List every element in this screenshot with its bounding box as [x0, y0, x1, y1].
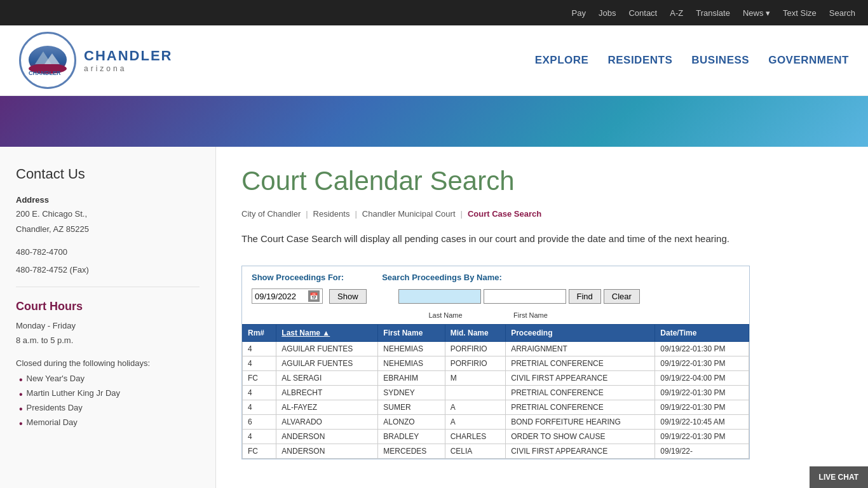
table-cell: 09/19/22- — [655, 444, 749, 459]
topnav-contact[interactable]: Contact — [628, 8, 657, 18]
topnav-pay[interactable]: Pay — [572, 8, 586, 18]
calendar-icon[interactable]: 📅 — [308, 290, 320, 302]
holiday-item: New Year's Day — [19, 374, 200, 386]
table-cell: 4 — [243, 342, 276, 356]
table-cell: 09/19/22-01:30 PM — [655, 400, 749, 415]
table-cell: ARRAIGNMENT — [506, 342, 655, 356]
table-cell: CELIA — [445, 444, 505, 459]
main-navigation: EXPLORE RESIDENTS BUSINESS GOVERNMENT — [535, 54, 849, 67]
topnav-search[interactable]: Search — [829, 8, 855, 18]
breadcrumb-court[interactable]: Chandler Municipal Court — [362, 209, 456, 219]
logo-svg: CHANDLER — [25, 42, 70, 77]
nav-business[interactable]: BUSINESS — [691, 54, 749, 67]
table-row: FCAL SERAGIEBRAHIMMCIVIL FIRST APPEARANC… — [243, 371, 749, 386]
table-cell: CIVIL FIRST APPEARANCE — [506, 371, 655, 386]
table-cell: 09/19/22-01:30 PM — [655, 342, 749, 356]
breadcrumb-residents[interactable]: Residents — [313, 209, 350, 219]
col-firstname: First Name — [378, 325, 445, 342]
breadcrumb-current: Court Case Search — [468, 209, 541, 219]
table-cell: PORFIRIO — [445, 356, 505, 371]
breadcrumb: City of Chandler | Residents | Chandler … — [241, 209, 843, 219]
lastname-input[interactable] — [398, 289, 481, 304]
topnav-textsize[interactable]: Text Size — [783, 8, 817, 18]
content-description: The Court Case Search will display all p… — [241, 231, 801, 247]
clear-button[interactable]: Clear — [604, 289, 640, 304]
search-by-name-label: Search Proceedings By Name: — [382, 273, 502, 282]
table-cell: M — [445, 371, 505, 386]
col-datetime: Date/Time — [655, 325, 749, 342]
search-header-row: Show Proceedings For: Search Proceedings… — [242, 266, 749, 285]
nav-residents[interactable]: RESIDENTS — [607, 54, 672, 67]
table-cell: AGUILAR FUENTES — [276, 342, 378, 356]
live-chat-button[interactable]: LIVE CHAT — [810, 466, 868, 488]
top-navigation: Pay Jobs Contact A-Z Translate News ▾ Te… — [0, 0, 868, 25]
holidays-list: New Year's Day Martin Luther King Jr Day… — [16, 374, 200, 430]
table-cell: A — [445, 400, 505, 415]
table-cell: 09/19/22-01:30 PM — [655, 430, 749, 444]
table-cell: ALVARADO — [276, 415, 378, 430]
hours-line2: 8 a.m. to 5 p.m. — [16, 334, 200, 348]
address-label: Address — [16, 195, 200, 205]
search-tool: Show Proceedings For: Search Proceedings… — [241, 266, 750, 459]
table-cell: 09/19/22-04:00 PM — [655, 371, 749, 386]
divider — [16, 287, 200, 287]
contact-us-title: Contact Us — [16, 166, 200, 182]
show-proceedings-label: Show Proceedings For: — [252, 273, 344, 282]
table-cell: ANDERSON — [276, 430, 378, 444]
hero-banner — [0, 96, 868, 147]
col-rm: Rm# — [243, 325, 276, 342]
sidebar: Contact Us Address 200 E. Chicago St., C… — [0, 147, 216, 488]
table-cell: CIVIL FIRST APPEARANCE — [506, 444, 655, 459]
firstname-input[interactable] — [484, 289, 566, 304]
table-cell: CHARLES — [445, 430, 505, 444]
breadcrumb-sep2: | — [355, 209, 356, 219]
holiday-item: Presidents Day — [19, 403, 200, 415]
holiday-item: Martin Luther King Jr Day — [19, 388, 200, 400]
page-title: Court Calendar Search — [241, 166, 843, 196]
topnav-az[interactable]: A-Z — [670, 8, 683, 18]
table-cell: ALONZO — [378, 415, 445, 430]
table-cell: 4 — [243, 400, 276, 415]
main-content: Court Calendar Search City of Chandler |… — [216, 147, 868, 488]
table-row: 4ANDERSONBRADLEYCHARLESORDER TO SHOW CAU… — [243, 430, 749, 444]
hours-line1: Monday - Friday — [16, 320, 200, 333]
topnav-jobs[interactable]: Jobs — [599, 8, 616, 18]
nav-government[interactable]: GOVERNMENT — [768, 54, 849, 67]
site-header: CHANDLER CHANDLER arizona EXPLORE RESIDE… — [0, 25, 868, 96]
table-cell: ALBRECHT — [276, 386, 378, 400]
topnav-news[interactable]: News ▾ — [743, 8, 770, 18]
date-input[interactable] — [255, 292, 306, 301]
table-row: 4AL-FAYEZSUMERAPRETRIAL CONFERENCE09/19/… — [243, 400, 749, 415]
table-cell — [445, 386, 505, 400]
table-cell: EBRAHIM — [378, 371, 445, 386]
show-button[interactable]: Show — [329, 289, 367, 304]
breadcrumb-city[interactable]: City of Chandler — [241, 209, 301, 219]
table-cell: 09/19/22-01:30 PM — [655, 386, 749, 400]
lastname-label: Last Name — [404, 311, 487, 319]
topnav-translate[interactable]: Translate — [696, 8, 730, 18]
input-labels-row: Last Name First Name — [242, 310, 749, 324]
table-cell: SYDNEY — [378, 386, 445, 400]
table-header: Rm# Last Name ▲ First Name Mid. Name Pro… — [243, 325, 749, 342]
table-cell: MERCEDES — [378, 444, 445, 459]
results-table: Rm# Last Name ▲ First Name Mid. Name Pro… — [242, 324, 749, 459]
phone1: 480-782-4700 — [16, 246, 200, 259]
table-cell: SUMER — [378, 400, 445, 415]
table-cell: PRETRIAL CONFERENCE — [506, 386, 655, 400]
table-cell: 09/19/22-10:45 AM — [655, 415, 749, 430]
table-cell: FC — [243, 444, 276, 459]
table-cell: 6 — [243, 415, 276, 430]
find-button[interactable]: Find — [569, 289, 601, 304]
table-cell: FC — [243, 371, 276, 386]
table-cell: 09/19/22-01:30 PM — [655, 356, 749, 371]
table-row: 4ALBRECHTSYDNEYPRETRIAL CONFERENCE09/19/… — [243, 386, 749, 400]
nav-explore[interactable]: EXPLORE — [535, 54, 589, 67]
search-inputs-row: 📅 Show Find Clear — [242, 285, 749, 310]
table-cell: ANDERSON — [276, 444, 378, 459]
logo-text-chandler: CHANDLER — [84, 48, 172, 64]
svg-text:CHANDLER: CHANDLER — [29, 70, 61, 76]
breadcrumb-sep1: | — [306, 209, 308, 219]
table-cell: 4 — [243, 386, 276, 400]
closed-text: Closed during the following holidays: — [16, 357, 200, 370]
phone2: 480-782-4752 (Fax) — [16, 264, 200, 277]
